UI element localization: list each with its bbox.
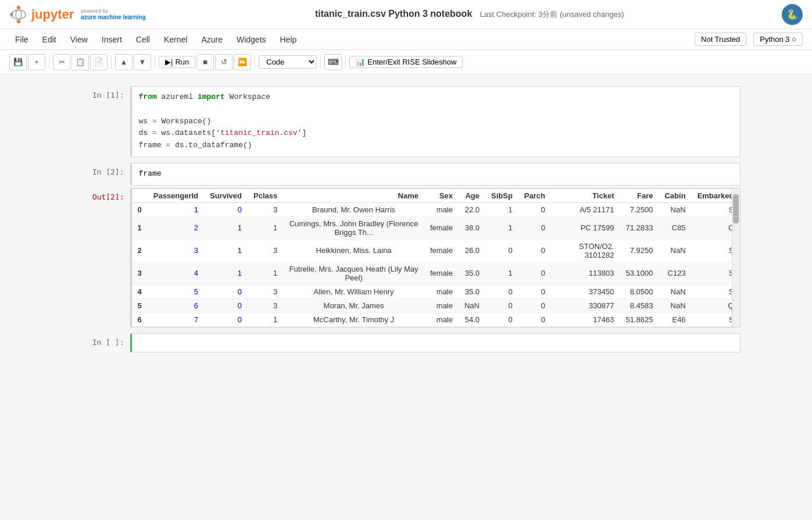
save-button[interactable]: 💾 (9, 54, 27, 70)
cell-3-wrapper: In [ ]: (72, 333, 741, 352)
table-cell: 373450 (551, 284, 620, 298)
menubar: File Edit View Insert Cell Kernel Azure … (0, 29, 812, 50)
table-cell: NaN (659, 202, 691, 216)
jupyter-logo-icon (9, 5, 28, 24)
table-cell: 0 (204, 202, 248, 216)
table-row: 6701McCarthy, Mr. Timothy Jmale54.000174… (132, 312, 740, 326)
table-cell: C85 (659, 216, 691, 239)
topbar: jupyter powered by azure machine learnin… (0, 0, 812, 29)
cell-type-dropdown[interactable]: Code (259, 55, 317, 69)
table-cell: female (424, 216, 459, 239)
rise-slideshow-button[interactable]: 📊 Enter/Exit RISE Slideshow (349, 56, 463, 68)
table-cell: 17463 (551, 312, 620, 326)
table-header-row: PassengerId Survived Pclass Name Sex Age… (132, 188, 740, 202)
cell-2-output: PassengerId Survived Pclass Name Sex Age… (130, 188, 741, 327)
checkpoint-info: Last Checkpoint: 3分前 (unsaved changes) (480, 10, 624, 19)
paste-button[interactable]: 📄 (90, 54, 108, 70)
dataframe-table: PassengerId Survived Pclass Name Sex Age… (132, 188, 740, 327)
table-cell: 0 (204, 312, 248, 326)
table-cell: 3 (248, 239, 283, 262)
run-icon: ▶| (165, 58, 173, 66)
table-cell: female (424, 262, 459, 284)
menu-help[interactable]: Help (274, 33, 303, 47)
rise-label: Enter/Exit RISE Slideshow (367, 58, 456, 66)
toolbar-separator-2 (111, 55, 112, 69)
table-cell: A/5 21171 (551, 202, 620, 216)
table-cell: NaN (459, 298, 485, 312)
table-cell: 0 (518, 239, 551, 262)
menu-azure[interactable]: Azure (195, 33, 228, 47)
table-cell: Allen, Mr. William Henry (283, 284, 424, 298)
cell-3-input[interactable] (132, 334, 740, 352)
jupyter-logo: jupyter powered by azure machine learnin… (9, 5, 146, 24)
table-cell: PC 17599 (551, 216, 620, 239)
cell-2-code: frame (132, 163, 740, 185)
menu-insert[interactable]: Insert (96, 33, 128, 47)
table-cell: 22.0 (459, 202, 485, 216)
menu-file[interactable]: File (9, 33, 34, 47)
col-header-age: Age (459, 188, 485, 202)
table-cell: 113803 (551, 262, 620, 284)
cell-2-in-container: In [2]: frame (72, 163, 741, 186)
cell-1-content[interactable]: from azureml import Workspace ws = Works… (130, 86, 741, 157)
not-trusted-button[interactable]: Not Trusted (695, 33, 746, 46)
col-header-sibsp: SibSp (485, 188, 518, 202)
notebook-title-area: titanic_train.csv Python 3 notebook Last… (158, 9, 782, 20)
table-cell: 0 (204, 284, 248, 298)
row-index: 0 (132, 202, 148, 216)
code-line-2: ws = Workspace() (139, 116, 733, 128)
table-cell: 26.0 (459, 239, 485, 262)
toolbar-separator-4 (255, 55, 255, 69)
menu-widgets[interactable]: Widgets (231, 33, 272, 47)
cell-3-content[interactable] (130, 333, 741, 352)
chart-icon: 📊 (356, 58, 365, 66)
restart-run-button[interactable]: ⏩ (234, 54, 251, 70)
table-row: 2313Heikkinen, Miss. Lainafemale26.000ST… (132, 239, 740, 262)
table-cell: Cumings, Mrs. John Bradley (Florence Bri… (283, 216, 424, 239)
cell-2-in-label: In [2]: (72, 163, 130, 176)
col-header-index (132, 188, 148, 202)
scrollbar-track[interactable] (732, 188, 740, 327)
table-cell: 3 (248, 202, 283, 216)
table-cell: 53.1000 (620, 262, 659, 284)
table-cell: 3 (248, 284, 283, 298)
col-header-cabin: Cabin (659, 188, 691, 202)
menu-view[interactable]: View (65, 33, 94, 47)
table-cell: 0 (518, 312, 551, 326)
table-cell: 0 (485, 284, 518, 298)
add-cell-button[interactable]: + (28, 54, 45, 70)
table-cell: male (424, 298, 459, 312)
cell-2-code-content[interactable]: frame (130, 163, 741, 186)
table-cell: male (424, 202, 459, 216)
cell-1-in-label: In [1]: (72, 86, 130, 99)
scrollbar-thumb[interactable] (733, 194, 739, 223)
move-down-button[interactable]: ▼ (134, 54, 151, 70)
copy-button[interactable]: 📋 (71, 54, 89, 70)
menu-edit[interactable]: Edit (37, 33, 62, 47)
code-line-blank (139, 104, 733, 116)
cell-1-wrapper: In [1]: from azureml import Workspace ws… (72, 86, 741, 157)
restart-button[interactable]: ↺ (215, 54, 232, 70)
svg-point-1 (17, 20, 20, 23)
row-index: 4 (132, 284, 148, 298)
menu-cell[interactable]: Cell (130, 33, 156, 47)
col-header-fare: Fare (620, 188, 659, 202)
table-row: 5603Moran, Mr. JamesmaleNaN003308778.458… (132, 298, 740, 312)
stop-button[interactable]: ■ (196, 54, 214, 70)
run-button[interactable]: ▶| Run (159, 56, 195, 68)
cell-1-code[interactable]: from azureml import Workspace ws = Works… (132, 87, 740, 156)
keyboard-shortcuts-button[interactable]: ⌨ (324, 54, 342, 70)
code-line-3: ds = ws.datasets['titanic_train.csv'] (139, 127, 733, 140)
svg-point-0 (17, 6, 20, 9)
move-up-button[interactable]: ▲ (115, 54, 133, 70)
cut-button[interactable]: ✂ (53, 54, 70, 70)
table-cell: McCarthy, Mr. Timothy J (283, 312, 424, 326)
table-cell: 0 (518, 284, 551, 298)
table-row: 0103Braund, Mr. Owen Harrismale22.010A/5… (132, 202, 740, 216)
cell-2-out-label: Out[2]: (72, 188, 130, 201)
row-index: 2 (132, 239, 148, 262)
dataframe-table-container[interactable]: PassengerId Survived Pclass Name Sex Age… (132, 188, 740, 327)
table-cell: 1 (485, 262, 518, 284)
col-header-name: Name (283, 188, 424, 202)
menu-kernel[interactable]: Kernel (158, 33, 193, 47)
